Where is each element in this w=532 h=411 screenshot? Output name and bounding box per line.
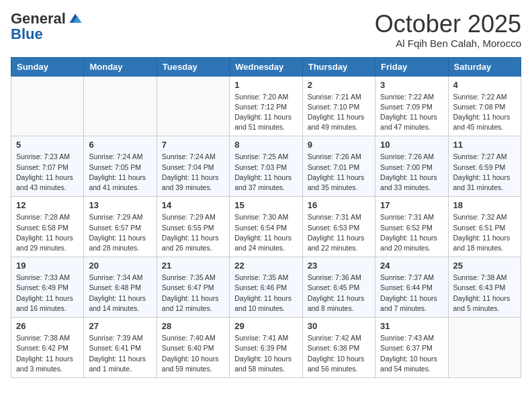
day-info: Sunrise: 7:34 AMSunset: 6:48 PMDaylight:… [89,273,151,314]
logo-general-text: General [11,11,66,26]
calendar-cell: 22Sunrise: 7:35 AMSunset: 6:46 PMDayligh… [230,257,302,318]
calendar-week-row: 1Sunrise: 7:20 AMSunset: 7:12 PMDaylight… [11,76,521,136]
day-number: 18 [453,200,516,210]
calendar-cell: 24Sunrise: 7:37 AMSunset: 6:44 PMDayligh… [375,257,448,318]
logo-icon [67,11,83,27]
calendar-cell: 6Sunrise: 7:24 AMSunset: 7:05 PMDaylight… [84,136,157,197]
calendar-cell: 15Sunrise: 7:30 AMSunset: 6:54 PMDayligh… [230,197,302,257]
day-number: 8 [234,140,297,150]
calendar-cell: 8Sunrise: 7:25 AMSunset: 7:03 PMDaylight… [230,136,302,197]
day-info: Sunrise: 7:24 AMSunset: 7:05 PMDaylight:… [89,152,151,193]
calendar-week-row: 26Sunrise: 7:38 AMSunset: 6:42 PMDayligh… [11,318,521,378]
day-info: Sunrise: 7:42 AMSunset: 6:38 PMDaylight:… [308,333,370,374]
day-header-friday: Friday [375,57,448,76]
day-number: 7 [162,140,224,150]
day-info: Sunrise: 7:29 AMSunset: 6:57 PMDaylight:… [89,212,151,253]
logo: General Blue [11,11,83,43]
calendar-cell: 16Sunrise: 7:31 AMSunset: 6:53 PMDayligh… [302,197,375,257]
day-info: Sunrise: 7:39 AMSunset: 6:41 PMDaylight:… [89,333,151,374]
day-header-saturday: Saturday [448,57,521,76]
day-number: 3 [380,80,443,90]
day-number: 19 [16,261,79,271]
day-header-wednesday: Wednesday [230,57,302,76]
calendar-cell: 18Sunrise: 7:32 AMSunset: 6:51 PMDayligh… [448,197,521,257]
day-number: 22 [234,261,297,271]
calendar-week-row: 5Sunrise: 7:23 AMSunset: 7:07 PMDaylight… [11,136,521,197]
day-number: 24 [380,261,443,271]
day-header-sunday: Sunday [11,57,84,76]
day-number: 31 [380,321,443,331]
day-number: 27 [89,321,151,331]
day-number: 29 [234,321,297,331]
day-number: 6 [89,140,151,150]
day-info: Sunrise: 7:35 AMSunset: 6:46 PMDaylight:… [234,273,297,314]
day-header-monday: Monday [84,57,157,76]
day-number: 17 [380,200,443,210]
calendar-cell: 20Sunrise: 7:34 AMSunset: 6:48 PMDayligh… [84,257,157,318]
calendar-cell: 17Sunrise: 7:31 AMSunset: 6:52 PMDayligh… [375,197,448,257]
day-number: 28 [162,321,224,331]
day-number: 23 [308,261,370,271]
calendar-cell: 2Sunrise: 7:21 AMSunset: 7:10 PMDaylight… [302,76,375,136]
page-header: General Blue October 2025 Al Fqih Ben Ca… [11,11,521,49]
day-header-thursday: Thursday [302,57,375,76]
day-info: Sunrise: 7:33 AMSunset: 6:49 PMDaylight:… [16,273,79,314]
day-info: Sunrise: 7:26 AMSunset: 7:00 PMDaylight:… [380,152,443,193]
day-number: 26 [16,321,79,331]
calendar-cell: 31Sunrise: 7:43 AMSunset: 6:37 PMDayligh… [375,318,448,378]
day-info: Sunrise: 7:22 AMSunset: 7:08 PMDaylight:… [453,92,516,133]
calendar-cell: 30Sunrise: 7:42 AMSunset: 6:38 PMDayligh… [302,318,375,378]
day-info: Sunrise: 7:38 AMSunset: 6:42 PMDaylight:… [16,333,79,374]
calendar-table: SundayMondayTuesdayWednesdayThursdayFrid… [11,57,521,378]
calendar-cell [84,76,157,136]
calendar-cell: 3Sunrise: 7:22 AMSunset: 7:09 PMDaylight… [375,76,448,136]
day-info: Sunrise: 7:26 AMSunset: 7:01 PMDaylight:… [308,152,370,193]
logo-blue-text: Blue [11,26,43,42]
calendar-cell: 10Sunrise: 7:26 AMSunset: 7:00 PMDayligh… [375,136,448,197]
day-number: 14 [162,200,224,210]
calendar-cell [157,76,229,136]
day-number: 12 [16,200,79,210]
day-number: 5 [16,140,79,150]
calendar-cell: 1Sunrise: 7:20 AMSunset: 7:12 PMDaylight… [230,76,302,136]
day-info: Sunrise: 7:21 AMSunset: 7:10 PMDaylight:… [308,92,370,133]
day-number: 25 [453,261,516,271]
day-info: Sunrise: 7:31 AMSunset: 6:53 PMDaylight:… [308,212,370,253]
day-number: 4 [453,80,516,90]
calendar-cell [448,318,521,378]
calendar-cell: 13Sunrise: 7:29 AMSunset: 6:57 PMDayligh… [84,197,157,257]
day-number: 16 [308,200,370,210]
calendar-cell: 21Sunrise: 7:35 AMSunset: 6:47 PMDayligh… [157,257,229,318]
day-number: 30 [308,321,370,331]
title-block: October 2025 Al Fqih Ben Calah, Morocco [375,11,521,49]
day-info: Sunrise: 7:40 AMSunset: 6:40 PMDaylight:… [162,333,224,374]
calendar-cell: 14Sunrise: 7:29 AMSunset: 6:55 PMDayligh… [157,197,229,257]
day-info: Sunrise: 7:29 AMSunset: 6:55 PMDaylight:… [162,212,224,253]
calendar-cell: 11Sunrise: 7:27 AMSunset: 6:59 PMDayligh… [448,136,521,197]
day-info: Sunrise: 7:35 AMSunset: 6:47 PMDaylight:… [162,273,224,314]
day-info: Sunrise: 7:25 AMSunset: 7:03 PMDaylight:… [234,152,297,193]
calendar-cell: 5Sunrise: 7:23 AMSunset: 7:07 PMDaylight… [11,136,84,197]
calendar-cell: 19Sunrise: 7:33 AMSunset: 6:49 PMDayligh… [11,257,84,318]
calendar-cell: 23Sunrise: 7:36 AMSunset: 6:45 PMDayligh… [302,257,375,318]
calendar-body: 1Sunrise: 7:20 AMSunset: 7:12 PMDaylight… [11,76,521,377]
day-header-tuesday: Tuesday [157,57,229,76]
day-number: 11 [453,140,516,150]
day-number: 13 [89,200,151,210]
day-info: Sunrise: 7:38 AMSunset: 6:43 PMDaylight:… [453,273,516,314]
day-info: Sunrise: 7:28 AMSunset: 6:58 PMDaylight:… [16,212,79,253]
day-info: Sunrise: 7:37 AMSunset: 6:44 PMDaylight:… [380,273,443,314]
day-info: Sunrise: 7:43 AMSunset: 6:37 PMDaylight:… [380,333,443,374]
day-number: 20 [89,261,151,271]
day-number: 21 [162,261,224,271]
calendar-week-row: 19Sunrise: 7:33 AMSunset: 6:49 PMDayligh… [11,257,521,318]
day-number: 1 [234,80,297,90]
day-info: Sunrise: 7:41 AMSunset: 6:39 PMDaylight:… [234,333,297,374]
calendar-cell: 7Sunrise: 7:24 AMSunset: 7:04 PMDaylight… [157,136,229,197]
day-info: Sunrise: 7:23 AMSunset: 7:07 PMDaylight:… [16,152,79,193]
location-title: Al Fqih Ben Calah, Morocco [375,38,521,49]
calendar-cell: 29Sunrise: 7:41 AMSunset: 6:39 PMDayligh… [230,318,302,378]
calendar-header-row: SundayMondayTuesdayWednesdayThursdayFrid… [11,57,521,76]
day-number: 10 [380,140,443,150]
day-number: 9 [308,140,370,150]
